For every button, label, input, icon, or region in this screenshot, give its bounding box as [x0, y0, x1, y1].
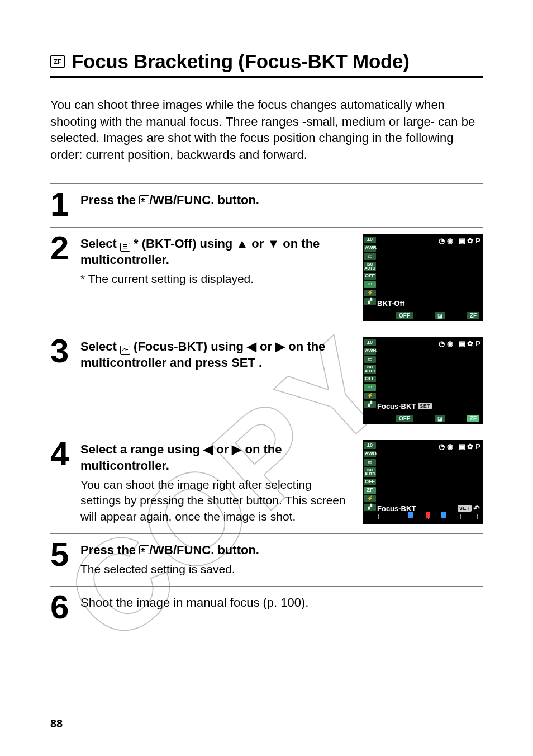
- exposure-comp-icon: [139, 195, 149, 204]
- bracket-icon: ZF: [364, 487, 376, 494]
- focus-bkt-icon: ZF: [120, 346, 130, 355]
- af-frame-badge: ▞: [364, 298, 376, 305]
- page-number: 88: [50, 717, 63, 730]
- text: Select a range using: [80, 442, 203, 456]
- step-number: 1: [50, 191, 72, 218]
- func-label: FUNC.: [177, 542, 214, 558]
- page-title-bar: ZF Focus Bracketing (Focus-BKT Mode): [50, 50, 483, 78]
- icon-focus: ZF: [467, 415, 479, 422]
- up-arrow-icon: [236, 237, 248, 251]
- mode-indicator: ▣ ✿ P: [459, 237, 480, 245]
- timer-record-icon: ◔ ◉: [439, 237, 453, 245]
- text: Press the: [80, 193, 139, 207]
- ev-badge: ±0: [364, 237, 376, 243]
- icon-aeb: ◪: [435, 415, 445, 422]
- set-badge: SET: [418, 403, 432, 409]
- text: button.: [217, 543, 259, 557]
- drive-badge: ▭: [364, 253, 376, 260]
- mode-indicator: ▣ ✿ P: [459, 442, 480, 451]
- off-badge: OFF: [364, 376, 376, 382]
- text: Select: [80, 237, 120, 251]
- drive-badge: ▭: [364, 356, 376, 363]
- timer-record-icon: ◔ ◉: [439, 339, 453, 348]
- range-slider: [378, 512, 477, 521]
- page-title: Focus Bracketing (Focus-BKT Mode): [72, 50, 410, 73]
- off-badge: OFF: [364, 273, 376, 280]
- step-1: 1 Press the / WB / FUNC. button.: [50, 183, 483, 227]
- down-arrow-icon: [267, 237, 279, 251]
- icon-off: OFF: [396, 312, 413, 319]
- set-badge: SET: [458, 505, 472, 512]
- wb-label: WB: [153, 542, 173, 558]
- exposure-comp-icon: [139, 545, 149, 554]
- marker-current: [426, 512, 430, 518]
- text: or: [260, 339, 275, 353]
- text: or: [216, 442, 232, 456]
- awb-badge: AWB: [364, 451, 376, 457]
- camera-screen-focus-bkt: ±0 AWB ▭ ISO AUTO OFF ≡› ⚡ ▞ ◔ ◉ ▣ ✿ P: [363, 337, 483, 424]
- awb-badge: AWB: [364, 348, 376, 355]
- screen-label: Focus-BKT: [377, 402, 416, 410]
- marker-back: [408, 512, 413, 518]
- icon-off: OFF: [396, 415, 413, 422]
- step-5: 5 Press the / WB / FUNC. button. The sel…: [50, 533, 483, 586]
- flash-badge: ⚡: [364, 393, 376, 399]
- text: Shoot the image in manual focus (p. 100)…: [80, 596, 308, 609]
- camera-screen-bkt-off: ±0 AWB ▭ ISO AUTO OFF ≡› ⚡ ▞ ◔ ◉ ▣ ✿ P: [363, 234, 483, 321]
- timer-record-icon: ◔ ◉: [439, 442, 453, 451]
- right-arrow-icon: [275, 339, 285, 353]
- step-subtext: You can shoot the image right after sele…: [80, 477, 354, 525]
- right-arrow-icon: [232, 442, 241, 456]
- step-number: 6: [50, 593, 72, 621]
- ev-badge: ±0: [364, 339, 376, 346]
- func-label: FUNC.: [177, 192, 214, 208]
- step-number: 4: [50, 440, 72, 467]
- flash-badge: ⚡: [364, 290, 376, 296]
- text: button.: [217, 193, 259, 207]
- step-number: 2: [50, 234, 72, 262]
- left-arrow-icon: [247, 339, 256, 353]
- left-arrow-icon: [203, 442, 213, 456]
- text: .: [259, 356, 262, 370]
- af-frame-badge: ▞: [364, 401, 376, 408]
- iso-badge: ISO AUTO: [364, 365, 376, 374]
- screen-label: Focus-BKT: [377, 504, 416, 513]
- bkt-off-icon: ☰: [120, 243, 130, 252]
- step-number: 3: [50, 337, 72, 365]
- text: * (BKT-Off) using: [134, 237, 236, 251]
- step-subtext: * The current setting is displayed.: [80, 271, 354, 287]
- step-6: 6 Shoot the image in manual focus (p. 10…: [50, 586, 483, 630]
- step-number: 5: [50, 541, 72, 568]
- drive-badge: ▭: [364, 459, 376, 466]
- camera-screen-range: ±0 AWB ▭ ISO AUTO OFF ZF ⚡ ▞ ◔ ◉ ▣ ✿ P: [363, 440, 483, 524]
- wb-label: WB: [153, 192, 173, 208]
- step-3: 3 Select ZF (Focus-BKT) using or on the …: [50, 330, 483, 433]
- mode-indicator: ▣ ✿ P: [459, 339, 480, 348]
- text: or: [251, 237, 267, 251]
- text: Select: [80, 339, 120, 353]
- text: Press the: [80, 543, 139, 557]
- steps-list: 1 Press the / WB / FUNC. button. 2: [50, 183, 483, 630]
- step-2: 2 Select ☰ * (BKT-Off) using or on the m…: [50, 227, 483, 330]
- icon-aeb: ◪: [435, 312, 445, 319]
- off-badge: OFF: [364, 479, 376, 485]
- step-subtext: The selected setting is saved.: [80, 561, 483, 577]
- icon-focus: ZF: [467, 312, 479, 319]
- bracket-icon: ≡›: [364, 384, 376, 391]
- set-label: SET: [231, 356, 255, 370]
- screen-label: BKT-Off: [377, 299, 404, 308]
- iso-badge: ISO AUTO: [364, 467, 376, 477]
- iso-badge: ISO AUTO: [364, 262, 376, 271]
- text: (Focus-BKT) using: [134, 339, 247, 353]
- return-icon: ↶: [473, 504, 480, 513]
- step-4: 4 Select a range using or on the multico…: [50, 433, 483, 533]
- awb-badge: AWB: [364, 245, 376, 252]
- marker-fwd: [441, 512, 446, 518]
- focus-bkt-title-icon: ZF: [50, 55, 65, 68]
- af-frame-badge: ▞: [364, 504, 376, 511]
- ev-badge: ±0: [364, 442, 376, 449]
- flash-badge: ⚡: [364, 495, 376, 502]
- bracket-icon: ≡›: [364, 281, 376, 288]
- intro-paragraph: You can shoot three images while the foc…: [50, 97, 483, 163]
